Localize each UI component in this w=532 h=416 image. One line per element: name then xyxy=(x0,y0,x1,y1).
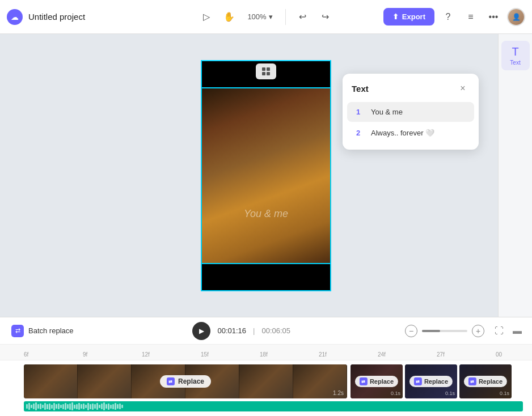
zoom-slider[interactable] xyxy=(422,330,467,332)
small-clip-2-duration: 0.1s xyxy=(445,390,455,396)
audio-bar xyxy=(103,402,105,410)
zoom-chevron: ▾ xyxy=(269,12,273,21)
text-panel: Text × 1 You & me 2 Always.. forever 🤍 xyxy=(343,74,479,150)
select-tool-button[interactable]: ▷ xyxy=(197,8,216,26)
help-button[interactable]: ? xyxy=(439,8,457,26)
undo-button[interactable]: ↩ xyxy=(294,8,312,26)
total-time: 00:06:05 xyxy=(261,326,290,335)
batch-replace-icon: ⇄ xyxy=(11,325,24,337)
play-button[interactable]: ▶ xyxy=(192,322,210,340)
menu-stacked-button[interactable]: ≡ xyxy=(462,8,480,26)
audio-bar xyxy=(37,404,39,409)
zoom-out-button[interactable]: − xyxy=(405,325,417,337)
audio-bar xyxy=(99,405,100,408)
audio-bar xyxy=(60,405,62,408)
text-list-item-1[interactable]: 1 You & me xyxy=(347,102,474,122)
video-preview[interactable]: You & me xyxy=(201,60,331,291)
text-panel-header: Text × xyxy=(343,74,479,101)
project-title: Untitled project xyxy=(28,12,85,22)
audio-bar xyxy=(94,404,96,409)
batch-replace-button[interactable]: ⇄ Batch replace xyxy=(7,322,78,339)
video-bottom-bar xyxy=(202,263,330,290)
text-item-num-1: 1 xyxy=(356,108,364,116)
timeline-ruler: 6f 9f 12f 15f 18f 21f 24f 27f 00 xyxy=(0,345,532,360)
ruler-mark-6: 24f xyxy=(378,351,437,358)
layout-buttons: ⛶ ▬ xyxy=(491,323,525,339)
audio-bar xyxy=(121,405,123,408)
right-panel: T Text xyxy=(498,34,532,317)
redo-button[interactable]: ↪ xyxy=(316,8,335,26)
export-button[interactable]: ⬆ Export xyxy=(383,8,434,26)
audio-bar xyxy=(49,404,50,410)
resize-handle[interactable] xyxy=(256,63,276,79)
film-frame-1 xyxy=(24,364,78,398)
audio-bar xyxy=(108,404,109,410)
audio-bar xyxy=(81,404,82,409)
play-icon: ▶ xyxy=(199,327,204,335)
replace-badge-main[interactable]: ⇄ Replace xyxy=(160,375,211,388)
timeline-tracks: ⇄ Replace 1.2s ⇄ Replace 0.1s xyxy=(0,360,532,416)
fullscreen-button[interactable]: ⛶ xyxy=(491,323,507,339)
bottom-panel: ⇄ Batch replace ▶ 00:01:16 | 00:06:05 − … xyxy=(0,317,532,416)
audio-bar xyxy=(28,403,30,410)
video-clip-main[interactable]: ⇄ Replace 1.2s xyxy=(24,364,347,398)
audio-bar xyxy=(67,404,69,409)
audio-bar xyxy=(85,405,87,408)
replace-icon-sm-1: ⇄ xyxy=(360,377,368,385)
audio-bar xyxy=(92,404,94,410)
film-frame-5 xyxy=(239,364,293,398)
video-track-row: ⇄ Replace 1.2s ⇄ Replace 0.1s xyxy=(0,364,532,399)
audio-bar xyxy=(51,405,53,409)
topbar: ☁ Untitled project ▷ ✋ 100% ▾ ↩ ↪ ⬆ Expo… xyxy=(0,0,532,34)
text-item-label-1: You & me xyxy=(371,108,403,116)
hand-tool-button[interactable]: ✋ xyxy=(220,8,238,26)
ruler-mark-1: 9f xyxy=(83,351,142,358)
audio-bar xyxy=(26,404,28,409)
main-canvas-area: You & me Text × 1 You & me 2 Always.. fo… xyxy=(0,34,532,317)
text-tool-icon: T xyxy=(512,45,518,58)
replace-label-sm-1: Replace xyxy=(370,378,394,385)
replace-badge-sm-2[interactable]: ⇄ Replace xyxy=(409,376,453,387)
current-time: 00:01:16 xyxy=(217,326,246,335)
audio-bar xyxy=(65,403,66,410)
right-tool-text[interactable]: T Text xyxy=(501,41,530,70)
audio-track[interactable] xyxy=(24,401,523,411)
audio-bar xyxy=(110,405,112,409)
caption-button[interactable]: ▬ xyxy=(509,323,525,339)
replace-badge-sm-3[interactable]: ⇄ Replace xyxy=(464,376,507,387)
export-label: Export xyxy=(402,12,425,21)
ruler-mark-2: 12f xyxy=(142,351,201,358)
ruler-mark-8: 00 xyxy=(496,351,532,358)
audio-bar xyxy=(74,405,75,409)
replace-label: Replace xyxy=(178,377,204,385)
audio-bar xyxy=(40,404,41,409)
resize-icon xyxy=(262,67,270,75)
text-panel-close-button[interactable]: × xyxy=(456,82,470,95)
video-clip-small-3[interactable]: ⇄ Replace 0.1s xyxy=(459,364,512,398)
zoom-selector[interactable]: 100% ▾ xyxy=(243,10,277,23)
audio-bar xyxy=(96,403,98,410)
zoom-in-button[interactable]: + xyxy=(472,325,484,337)
replace-label-sm-3: Replace xyxy=(479,378,503,385)
replace-badge-sm-1[interactable]: ⇄ Replace xyxy=(355,376,398,387)
video-clip-small-2[interactable]: ⇄ Replace 0.1s xyxy=(405,364,457,398)
video-clip-small-1[interactable]: ⇄ Replace 0.1s xyxy=(351,364,403,398)
audio-bar xyxy=(58,404,60,409)
main-clip-duration: 1.2s xyxy=(333,390,344,396)
video-text-overlay: You & me xyxy=(244,208,288,220)
batch-replace-label: Batch replace xyxy=(28,326,74,335)
audio-bar xyxy=(53,403,55,410)
export-icon: ⬆ xyxy=(392,12,399,21)
replace-icon: ⇄ xyxy=(167,377,175,385)
text-list-item-2[interactable]: 2 Always.. forever 🤍 xyxy=(347,123,474,143)
avatar[interactable]: 👤 xyxy=(507,8,525,26)
audio-waveform xyxy=(24,401,125,411)
audio-bar xyxy=(78,403,80,410)
audio-bar xyxy=(35,402,37,410)
divider xyxy=(285,9,286,25)
bottom-toolbar: ⇄ Batch replace ▶ 00:01:16 | 00:06:05 − … xyxy=(0,317,532,345)
audio-bar xyxy=(101,404,103,409)
more-options-button[interactable]: ••• xyxy=(484,8,503,26)
audio-bar xyxy=(83,404,85,409)
audio-bar xyxy=(71,402,73,410)
